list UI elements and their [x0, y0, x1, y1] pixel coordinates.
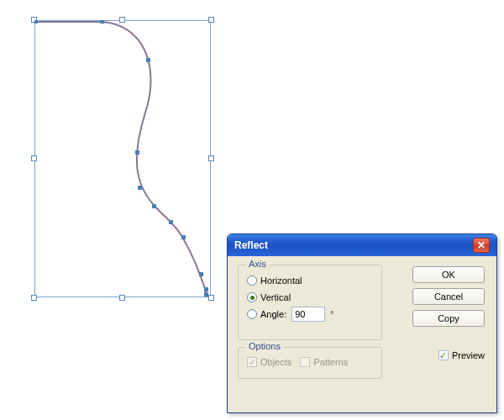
radio-angle-label: Angle:: [260, 309, 286, 319]
copy-button[interactable]: Copy: [412, 310, 485, 327]
close-icon: ✕: [477, 240, 486, 250]
radio-angle[interactable]: [247, 309, 257, 319]
checkbox-patterns-row: Patterns: [300, 357, 348, 367]
radio-horizontal[interactable]: [247, 276, 257, 286]
checkbox-preview-row[interactable]: ✓ Preview: [438, 350, 485, 360]
svg-rect-4: [138, 186, 142, 190]
checkbox-patterns: [300, 357, 310, 367]
dialog-titlebar[interactable]: Reflect ✕: [228, 234, 496, 256]
dialog-body: Axis Horizontal Vertical Angle: 90 ° Opt…: [228, 256, 496, 412]
artboard-selection: [34, 20, 211, 297]
axis-fieldset: Axis Horizontal Vertical Angle: 90 °: [238, 265, 382, 340]
checkbox-objects-row: ✓ Objects: [247, 357, 291, 367]
checkbox-preview[interactable]: ✓: [438, 350, 449, 360]
radio-angle-row[interactable]: Angle: 90 °: [247, 306, 373, 323]
svg-rect-8: [199, 272, 203, 276]
svg-rect-5: [152, 204, 156, 208]
dialog-title: Reflect: [234, 239, 268, 251]
checkbox-preview-label: Preview: [452, 350, 485, 360]
angle-input[interactable]: 90: [291, 307, 325, 322]
radio-horizontal-row[interactable]: Horizontal: [247, 272, 373, 289]
reflect-dialog: Reflect ✕ Axis Horizontal Vertical Angle…: [227, 234, 497, 413]
options-legend: Options: [245, 341, 284, 351]
svg-rect-2: [146, 58, 150, 62]
checkbox-objects-label: Objects: [260, 357, 291, 367]
radio-horizontal-label: Horizontal: [260, 276, 302, 286]
svg-rect-0: [34, 20, 38, 24]
svg-rect-6: [169, 220, 173, 224]
ok-button[interactable]: OK: [412, 266, 485, 283]
degree-symbol: °: [330, 309, 333, 319]
axis-legend: Axis: [245, 259, 270, 269]
svg-rect-10: [204, 292, 208, 297]
svg-rect-9: [204, 287, 208, 291]
checkbox-patterns-label: Patterns: [313, 357, 348, 367]
radio-vertical[interactable]: [247, 292, 257, 302]
checkbox-objects: ✓: [247, 357, 257, 367]
close-button[interactable]: ✕: [473, 238, 490, 253]
options-fieldset: Options ✓ Objects Patterns: [238, 347, 382, 379]
radio-vertical-label: Vertical: [260, 292, 291, 302]
svg-rect-7: [181, 235, 186, 239]
radio-vertical-row[interactable]: Vertical: [247, 289, 373, 306]
dialog-button-column: OK Cancel Copy: [412, 266, 485, 327]
svg-rect-3: [135, 150, 139, 155]
svg-rect-1: [100, 20, 104, 24]
cancel-button[interactable]: Cancel: [412, 288, 485, 305]
vector-path[interactable]: [34, 20, 211, 297]
